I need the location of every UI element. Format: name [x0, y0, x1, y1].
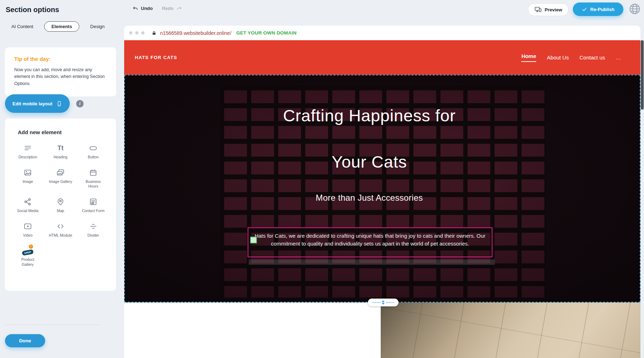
nav-more[interactable]: ...: [616, 54, 621, 60]
republish-button[interactable]: Re-Publish: [573, 2, 623, 16]
hero-paragraph: Hats for Cats, we are dedicated to craft…: [248, 232, 492, 248]
preview-label: Preview: [545, 7, 562, 12]
browser-address-bar: n1566589.websitebuilder.online/ GET YOUR…: [124, 26, 640, 40]
button-icon: [89, 144, 97, 152]
element-label: Map: [57, 209, 64, 214]
element-product-gallery[interactable]: ↑ SHOP Product Gallery: [11, 246, 44, 267]
element-button[interactable]: Button: [77, 144, 110, 160]
phone-icon: [56, 100, 62, 107]
element-label: Image: [22, 179, 33, 184]
site-nav: Home About Us Contact us ...: [521, 53, 621, 62]
edit-mobile-label: Edit mobile layout: [12, 101, 52, 106]
divider-icon: [89, 222, 97, 231]
republish-label: Re-Publish: [590, 7, 614, 12]
site-header: HATS FOR CATS Home About Us Contact us .…: [124, 40, 640, 75]
element-resize-handle[interactable]: [250, 237, 257, 243]
element-label: Heading: [53, 155, 67, 160]
heading-icon: Tt: [56, 144, 65, 152]
nav-contact-us[interactable]: Contact us: [580, 54, 605, 60]
devices-icon: [534, 6, 542, 13]
element-hover-bar: [249, 259, 495, 265]
dotted-line: [386, 302, 394, 303]
site-logo: HATS FOR CATS: [135, 55, 177, 60]
resize-arrows-icon: [382, 300, 385, 305]
add-new-element-panel: Add new element Description Tt Heading B…: [5, 119, 116, 291]
shop-upgrade-badge: ↑: [29, 244, 33, 249]
element-video[interactable]: Video: [11, 222, 44, 238]
undo-redo-group: Undo Redo: [132, 5, 182, 11]
tip-title: Tip of the day:: [14, 56, 107, 62]
element-label: Divider: [88, 233, 99, 238]
element-label: Description: [19, 155, 37, 160]
site-url[interactable]: n1566589.websitebuilder.online/: [160, 30, 231, 36]
element-label: Button: [88, 155, 99, 160]
nav-home[interactable]: Home: [521, 53, 536, 62]
preview-button[interactable]: Preview: [528, 3, 569, 16]
add-element-title: Add new element: [11, 129, 110, 135]
hero-subheading[interactable]: More than Just Accessories: [125, 193, 614, 203]
section-resize-handle[interactable]: [368, 299, 398, 306]
element-heading[interactable]: Tt Heading: [44, 144, 77, 160]
info-icon[interactable]: i: [76, 100, 84, 107]
undo-label: Undo: [141, 6, 153, 11]
description-icon: [23, 144, 32, 152]
tab-design[interactable]: Design: [89, 22, 106, 31]
site-preview: HATS FOR CATS Home About Us Contact us .…: [124, 40, 640, 358]
product-gallery-icon: ↑ SHOP: [22, 246, 33, 255]
sidebar-tabs: AI Content Elements Design: [10, 21, 106, 32]
tip-body: Now you can add, move and resize any ele…: [14, 67, 107, 87]
page-title: Section options: [6, 6, 59, 14]
element-label: Business Hours: [80, 179, 106, 189]
element-contact-form[interactable]: Contact Form: [77, 198, 110, 214]
element-map[interactable]: Map: [44, 198, 77, 214]
element-description[interactable]: Description: [11, 144, 44, 160]
tab-ai-content[interactable]: AI Content: [10, 22, 35, 31]
window-dot: [129, 31, 132, 35]
edit-mobile-layout-button[interactable]: Edit mobile layout: [5, 94, 70, 113]
redo-label: Redo: [162, 6, 174, 11]
app-root: Section options Undo Redo Preview Re-Pub…: [0, 0, 644, 358]
element-business-hours[interactable]: Business Hours: [77, 168, 110, 189]
element-label: Image Gallery: [49, 179, 72, 184]
hero-heading-line2[interactable]: Your Cats: [125, 152, 614, 172]
element-divider[interactable]: Divider: [77, 222, 110, 238]
element-label: Contact Form: [82, 209, 105, 214]
redo-button[interactable]: Redo: [162, 5, 182, 11]
element-image-gallery[interactable]: Image Gallery: [44, 168, 77, 189]
element-label: HTML Module: [49, 233, 72, 238]
scrollbar-thumb[interactable]: [641, 40, 644, 110]
tab-elements[interactable]: Elements: [44, 21, 80, 32]
done-button[interactable]: Done: [5, 334, 45, 347]
image-icon: [23, 168, 32, 177]
get-domain-link[interactable]: GET YOUR OWN DOMAIN: [236, 30, 296, 36]
nav-about-us[interactable]: About Us: [547, 54, 569, 60]
redo-icon: [176, 5, 182, 11]
sidebar-divider: [5, 325, 100, 325]
undo-button[interactable]: Undo: [132, 5, 153, 11]
image-gallery-icon: [56, 168, 65, 177]
selected-paragraph-element[interactable]: Hats for Cats, we are dedicated to craft…: [248, 227, 492, 257]
window-dot: [135, 31, 138, 35]
hero-section-selected[interactable]: Crafting Happiness for Your Cats More th…: [124, 75, 640, 302]
business-hours-icon: [89, 168, 97, 177]
next-section-image: [381, 302, 640, 358]
code-icon: [56, 222, 65, 231]
lock-icon: [152, 30, 157, 36]
window-dot: [141, 31, 144, 35]
dotted-line: [373, 302, 380, 303]
check-icon: [582, 7, 587, 12]
tip-of-the-day-card: Tip of the day: Now you can add, move an…: [5, 47, 116, 96]
language-globe-button[interactable]: [628, 2, 641, 15]
social-media-icon: [23, 198, 32, 206]
element-social-media[interactable]: Social Media: [11, 198, 44, 214]
element-label: Product Gallery: [15, 257, 41, 267]
element-html-module[interactable]: HTML Module: [44, 222, 77, 238]
element-image[interactable]: Image: [11, 168, 44, 189]
globe-icon: [628, 2, 641, 15]
undo-icon: [132, 5, 138, 11]
elements-grid: Description Tt Heading Button Image Imag…: [11, 144, 110, 267]
element-label: Social Media: [17, 209, 38, 214]
window-control-dots: [129, 31, 144, 35]
video-icon: [23, 222, 32, 231]
hero-heading-line1[interactable]: Crafting Happiness for: [125, 106, 614, 125]
